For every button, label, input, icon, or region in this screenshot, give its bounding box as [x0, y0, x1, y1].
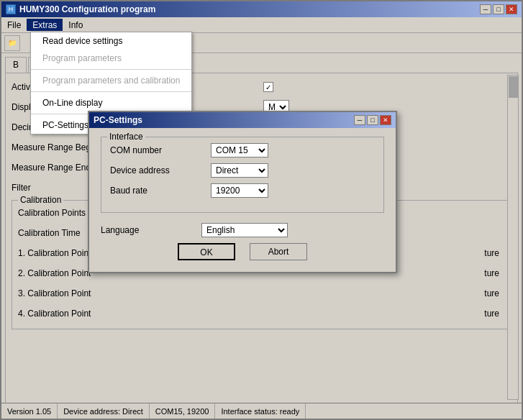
- folder-icon: 📁: [8, 39, 17, 47]
- title-bar-left: H HUMY300 Configuration program: [6, 4, 155, 14]
- interface-group: Interface COM number COM 15 COM 1 COM 2 …: [101, 137, 384, 213]
- tab-b[interactable]: B: [5, 57, 27, 73]
- scroll-thumb[interactable]: [509, 76, 519, 98]
- close-button[interactable]: ✕: [506, 4, 517, 14]
- active-product-checkbox[interactable]: ✓: [263, 82, 273, 92]
- device-address-select[interactable]: Direct 1 2: [211, 163, 268, 178]
- language-label: Language: [101, 225, 201, 235]
- scrollbar-vertical[interactable]: [507, 75, 519, 400]
- pc-settings-dialog: PC-Settings ─ □ ✕ Interface COM number: [88, 111, 397, 273]
- separator-1: [31, 69, 191, 70]
- menu-info[interactable]: Info: [63, 19, 88, 31]
- status-interface: Interface status: ready: [215, 403, 306, 419]
- calibration-group-label: Calibration: [18, 195, 63, 205]
- dialog-maximize[interactable]: □: [367, 115, 378, 125]
- cal-point-2-ture: ture: [484, 268, 505, 278]
- dialog-content: Interface COM number COM 15 COM 1 COM 2 …: [89, 128, 396, 272]
- baud-rate-label: Baud rate: [110, 186, 211, 196]
- menu-extras[interactable]: Extras: [27, 19, 63, 31]
- menu-online-display[interactable]: On-Line display: [31, 94, 191, 111]
- status-com-info: COM15, 19200: [150, 403, 216, 419]
- main-window: H HUMY300 Configuration program ─ □ ✕ Fi…: [0, 0, 523, 420]
- dialog-minimize[interactable]: ─: [354, 115, 365, 125]
- cal-point-3-ture: ture: [484, 288, 505, 298]
- language-row: Language English German French: [101, 223, 384, 237]
- status-device-address: Device address: Direct: [58, 403, 150, 419]
- com-number-label: COM number: [110, 145, 211, 155]
- interface-group-label: Interface: [107, 132, 145, 142]
- menu-program-params-cal: Program parameters and calibration: [31, 72, 191, 89]
- device-address-label: Device address: [110, 165, 211, 175]
- dialog-buttons: OK Abort: [101, 243, 384, 260]
- ok-button[interactable]: OK: [178, 243, 235, 260]
- cal-point-4-ture: ture: [484, 309, 505, 319]
- title-controls: ─ □ ✕: [480, 4, 517, 14]
- dialog-title: PC-Settings: [94, 115, 142, 125]
- dialog-controls: ─ □ ✕: [354, 115, 391, 125]
- baud-rate-row: Baud rate 19200 9600 38400: [110, 183, 375, 198]
- language-select[interactable]: English German French: [201, 223, 288, 237]
- com-number-select[interactable]: COM 15 COM 1 COM 2: [211, 143, 268, 158]
- device-address-row: Device address Direct 1 2: [110, 163, 375, 178]
- menu-file[interactable]: File: [1, 19, 27, 31]
- dialog-close[interactable]: ✕: [380, 115, 391, 125]
- menu-bar: File Extras Info: [1, 17, 522, 33]
- status-version: Version 1.05: [1, 403, 58, 419]
- cal-point-3-row: 3. Calibration Point ture: [18, 286, 505, 301]
- window-title: HUMY300 Configuration program: [19, 4, 155, 14]
- cal-point-3-label: 3. Calibration Point: [18, 288, 147, 298]
- cal-point-1-ture: ture: [484, 248, 505, 258]
- com-number-row: COM number COM 15 COM 1 COM 2: [110, 143, 375, 158]
- menu-read-device[interactable]: Read device settings: [31, 32, 191, 50]
- menu-program-params: Program parameters: [31, 50, 191, 67]
- baud-rate-select[interactable]: 19200 9600 38400: [211, 183, 268, 198]
- cal-point-4-row: 4. Calibration Point ture: [18, 306, 505, 321]
- separator-2: [31, 91, 191, 92]
- dialog-title-bar: PC-Settings ─ □ ✕: [89, 112, 396, 128]
- maximize-button[interactable]: □: [493, 4, 504, 14]
- status-bar: Version 1.05 Device address: Direct COM1…: [1, 403, 522, 419]
- app-icon: H: [6, 4, 16, 14]
- title-bar: H HUMY300 Configuration program ─ □ ✕: [1, 1, 522, 17]
- open-file-button[interactable]: 📁: [4, 35, 20, 51]
- abort-button[interactable]: Abort: [250, 243, 307, 260]
- cal-point-4-label: 4. Calibration Point: [18, 309, 147, 319]
- minimize-button[interactable]: ─: [480, 4, 491, 14]
